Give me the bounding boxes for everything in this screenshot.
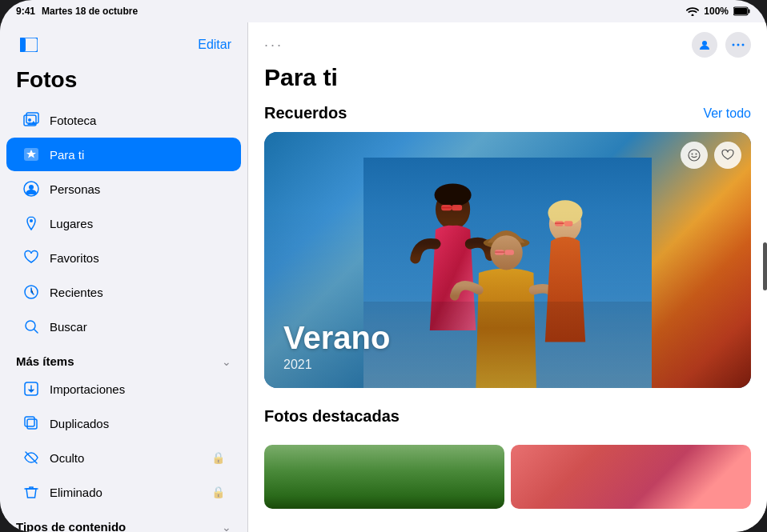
heart-outline-icon xyxy=(721,149,734,162)
svg-point-49 xyxy=(689,150,700,161)
main-scroll: Para ti Recuerdos Ver todo xyxy=(248,64,767,532)
status-time: 9:41 xyxy=(16,6,35,17)
sidebar-item-fototeca[interactable]: Fototeca xyxy=(6,103,241,137)
main-title: Para ti xyxy=(264,64,751,91)
tipos-chevron-icon: ⌄ xyxy=(222,521,231,533)
svg-rect-1 xyxy=(749,10,750,14)
oculto-lock-icon: 🔒 xyxy=(211,451,225,464)
svg-point-26 xyxy=(702,41,707,46)
sidebar-item-fototeca-label: Fototeca xyxy=(50,114,225,127)
recuerdos-title: Recuerdos xyxy=(264,104,347,122)
ver-todo-recuerdos-button[interactable]: Ver todo xyxy=(703,106,751,121)
sidebar-item-favoritos-label: Favoritos xyxy=(50,251,225,265)
sidebar-item-personas[interactable]: Personas xyxy=(6,172,241,206)
trash-icon xyxy=(22,483,40,501)
svg-rect-16 xyxy=(27,419,37,429)
svg-point-11 xyxy=(30,219,33,222)
arrow-down-circle-icon xyxy=(22,380,40,398)
heart-icon xyxy=(22,249,40,266)
svg-point-29 xyxy=(742,44,745,46)
sidebar: Editar Fotos Fototeca xyxy=(0,22,248,532)
status-date: Martes 18 de octubre xyxy=(42,6,138,17)
fotos-destacadas-title: Fotos destacadas xyxy=(264,407,400,426)
smiley-icon xyxy=(688,149,701,162)
svg-point-51 xyxy=(696,154,697,155)
sidebar-item-buscar-label: Buscar xyxy=(50,320,225,334)
sidebar-item-recientes[interactable]: Recientes xyxy=(6,275,241,309)
more-options-button[interactable] xyxy=(725,32,751,58)
memory-heart-button[interactable] xyxy=(714,142,741,169)
main-header-actions xyxy=(692,32,751,58)
sidebar-item-recientes-label: Recientes xyxy=(50,286,225,299)
sidebar-icon xyxy=(20,38,38,52)
more-icon xyxy=(732,43,745,46)
battery-percent: 100% xyxy=(704,6,729,17)
sidebar-item-oculto[interactable]: Oculto 🔒 xyxy=(6,441,241,474)
sidebar-item-personas-label: Personas xyxy=(50,182,225,196)
svg-rect-17 xyxy=(25,417,34,426)
memory-emoji-button[interactable] xyxy=(681,142,708,169)
location-icon xyxy=(22,214,40,232)
sidebar-item-duplicados[interactable]: Duplicados xyxy=(6,406,241,440)
svg-rect-2 xyxy=(734,8,747,14)
sidebar-item-importaciones-label: Importaciones xyxy=(50,382,225,396)
recuerdos-section-row: Recuerdos Ver todo xyxy=(264,104,751,122)
wifi-icon xyxy=(686,6,699,16)
status-bar-left: 9:41 Martes 18 de octubre xyxy=(16,6,138,17)
ellipsis-icon: ··· xyxy=(264,37,283,54)
svg-point-28 xyxy=(737,44,740,46)
eliminado-lock-icon: 🔒 xyxy=(211,486,225,498)
foto-destacada-1[interactable] xyxy=(264,445,504,509)
sidebar-item-para-ti[interactable]: Para ti xyxy=(6,138,241,171)
sidebar-header: Editar xyxy=(0,22,247,64)
mas-items-section-header[interactable]: Más ítems ⌄ xyxy=(0,348,247,371)
sidebar-item-para-ti-label: Para ti xyxy=(50,148,225,162)
sidebar-item-buscar[interactable]: Buscar xyxy=(6,310,241,343)
person-circle-icon xyxy=(22,180,40,198)
tipos-title: Tipos de contenido xyxy=(16,520,126,532)
search-icon xyxy=(22,318,40,335)
memory-card-title: Verano xyxy=(283,320,732,356)
sidebar-scroll: Fototeca Para ti xyxy=(0,102,247,532)
tipos-section-header[interactable]: Tipos de contenido ⌄ xyxy=(0,514,247,532)
sidebar-item-oculto-label: Oculto xyxy=(50,451,202,465)
memory-card[interactable]: Verano 2021 xyxy=(264,132,751,388)
svg-point-10 xyxy=(29,185,34,190)
photo-library-icon xyxy=(22,111,40,129)
svg-rect-4 xyxy=(20,38,26,52)
fotos-destacadas-section-row: Fotos destacadas xyxy=(264,407,751,435)
edit-button[interactable]: Editar xyxy=(198,38,231,52)
memory-card-year: 2021 xyxy=(283,358,732,372)
sidebar-item-duplicados-label: Duplicados xyxy=(50,417,225,430)
svg-point-7 xyxy=(28,118,31,122)
svg-point-27 xyxy=(733,44,735,46)
clock-icon xyxy=(22,283,40,301)
shared-with-you-button[interactable] xyxy=(692,32,717,58)
status-bar-right: 100% xyxy=(686,6,751,17)
eye-slash-icon xyxy=(22,449,40,466)
memory-text: Verano 2021 xyxy=(264,304,751,388)
sidebar-item-eliminado-label: Eliminado xyxy=(50,486,202,499)
mas-items-chevron-icon: ⌄ xyxy=(222,355,231,368)
sidebar-toggle-button[interactable] xyxy=(16,32,42,58)
svg-point-50 xyxy=(692,154,693,155)
status-bar: 9:41 Martes 18 de octubre 100% xyxy=(0,0,767,22)
duplicate-icon xyxy=(22,414,40,432)
star-icon xyxy=(22,146,40,163)
sidebar-item-eliminado[interactable]: Eliminado 🔒 xyxy=(6,475,241,509)
person-icon xyxy=(698,38,711,51)
sidebar-item-favoritos[interactable]: Favoritos xyxy=(6,241,241,274)
battery-icon xyxy=(733,6,751,16)
mas-items-title: Más ítems xyxy=(16,354,74,368)
memory-actions xyxy=(681,142,741,169)
foto-destacada-2[interactable] xyxy=(511,445,751,509)
app-container: Editar Fotos Fototeca xyxy=(0,22,767,532)
fotos-grid xyxy=(264,445,751,509)
sidebar-item-importaciones[interactable]: Importaciones xyxy=(6,372,241,406)
home-button[interactable] xyxy=(763,242,767,290)
svg-line-14 xyxy=(34,330,38,334)
main-header: ··· xyxy=(248,22,767,64)
sidebar-item-lugares[interactable]: Lugares xyxy=(6,206,241,240)
main-content: ··· Pa xyxy=(248,22,767,532)
sidebar-title: Fotos xyxy=(0,64,247,102)
